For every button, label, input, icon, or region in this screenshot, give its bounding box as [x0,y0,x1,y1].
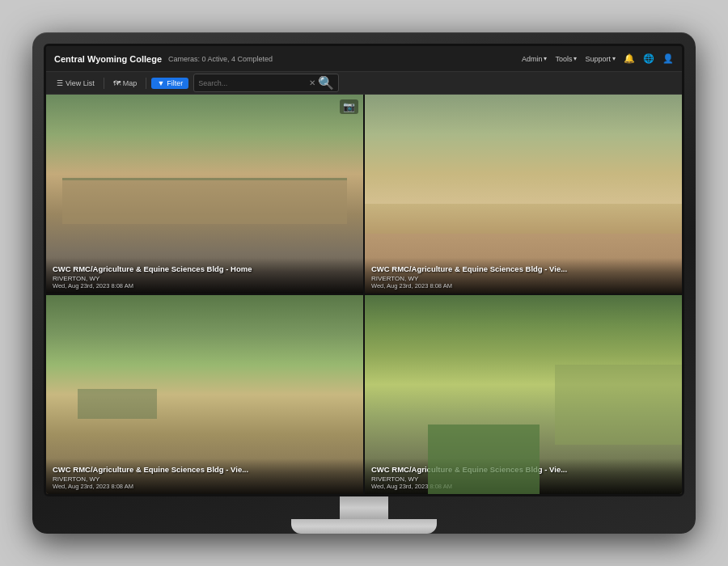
camera-title-4: CWC RMC/Agriculture & Equine Sciences Bl… [371,465,675,474]
filter-button[interactable]: ▼ Filter [151,78,188,89]
camera-cell-2[interactable]: CWC RMC/Agriculture & Equine Sciences Bl… [365,95,682,294]
view-list-button[interactable]: ☰ View List [53,78,99,89]
camera-timestamp-2: Wed, Aug 23rd, 2023 8:08 AM [371,282,675,289]
monitor-screen-bezel: Central Wyoming College Cameras: 0 Activ… [44,44,684,496]
camera-cell-1[interactable]: CWC RMC/Agriculture & Equine Sciences Bl… [46,95,363,294]
search-icon: 🔍 [318,75,334,91]
camera-title-2: CWC RMC/Agriculture & Equine Sciences Bl… [371,264,675,273]
camera-overlay-3: CWC RMC/Agriculture & Equine Sciences Bl… [46,458,363,494]
toolbar-divider-2 [146,78,146,89]
navbar: Central Wyoming College Cameras: 0 Activ… [46,46,682,72]
navbar-right: Admin ▾ Tools ▾ Support ▾ 🔔 🌐 👤 [522,53,674,64]
camera-timestamp-1: Wed, Aug 23rd, 2023 8:08 AM [53,282,357,289]
filter-label: Filter [167,79,183,87]
camera-icon-badge-1: 📷 [340,99,358,114]
camera-grid: CWC RMC/Agriculture & Equine Sciences Bl… [46,95,682,494]
toolbar: ☰ View List 🗺 Map ▼ Filter ✕ 🔍 [46,72,682,95]
camera-overlay-1: CWC RMC/Agriculture & Equine Sciences Bl… [46,258,363,294]
tools-label: Tools [555,55,572,63]
camera-title-3: CWC RMC/Agriculture & Equine Sciences Bl… [53,465,357,474]
support-menu[interactable]: Support ▾ [585,55,616,63]
camera-cell-3[interactable]: CWC RMC/Agriculture & Equine Sciences Bl… [46,295,363,494]
search-input[interactable] [198,79,307,87]
camera-overlay-4: CWC RMC/Agriculture & Equine Sciences Bl… [365,458,682,494]
monitor-neck [340,496,388,519]
filter-icon: ▼ [157,79,164,87]
tools-chevron-icon: ▾ [574,55,577,62]
user-icon[interactable]: 👤 [662,53,674,64]
camera-overlay-2: CWC RMC/Agriculture & Equine Sciences Bl… [365,258,682,294]
list-icon: ☰ [57,79,63,87]
admin-label: Admin [522,55,543,63]
camera-location-1: RIVERTON, WY [53,275,357,282]
map-button[interactable]: 🗺 Map [109,78,142,89]
cameras-status: Cameras: 0 Active, 4 Completed [168,55,515,63]
navbar-brand: Central Wyoming College [54,54,162,64]
app: Central Wyoming College Cameras: 0 Activ… [46,46,682,494]
search-box: ✕ 🔍 [193,74,339,92]
admin-menu[interactable]: Admin ▾ [522,55,548,63]
camera-location-4: RIVERTON, WY [371,475,675,483]
view-list-label: View List [66,79,95,87]
camera-timestamp-3: Wed, Aug 23rd, 2023 8:08 AM [53,483,357,490]
camera-location-3: RIVERTON, WY [53,475,357,483]
tools-menu[interactable]: Tools ▾ [555,55,577,63]
bell-icon[interactable]: 🔔 [624,53,635,64]
admin-chevron-icon: ▾ [544,55,547,62]
globe-icon[interactable]: 🌐 [643,53,654,64]
monitor-base [291,519,437,534]
camera-location-2: RIVERTON, WY [371,275,675,282]
camera-title-1: CWC RMC/Agriculture & Equine Sciences Bl… [53,264,357,273]
camera-timestamp-4: Wed, Aug 23rd, 2023 8:08 AM [371,483,675,490]
map-icon: 🗺 [113,79,121,87]
support-label: Support [585,55,611,63]
monitor-outer: Central Wyoming College Cameras: 0 Activ… [32,32,696,534]
support-chevron-icon: ▾ [612,55,616,62]
toolbar-divider-1 [104,78,104,89]
camera-cell-4[interactable]: CWC RMC/Agriculture & Equine Sciences Bl… [365,295,682,494]
map-label: Map [123,79,138,87]
search-clear-icon[interactable]: ✕ [309,78,315,87]
